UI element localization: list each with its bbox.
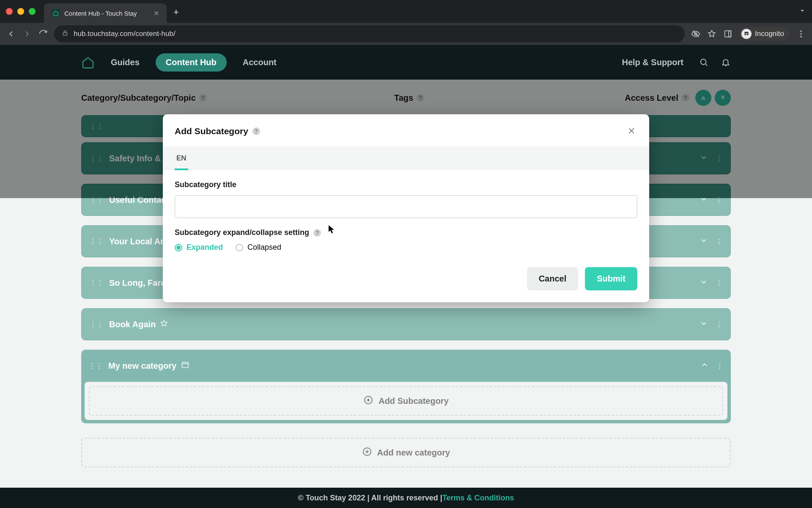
address-bar[interactable]: hub.touchstay.com/content-hub/ [54, 25, 685, 42]
radio-collapsed-label: Collapsed [247, 243, 281, 252]
kebab-menu-icon[interactable] [796, 29, 806, 39]
svg-rect-0 [63, 33, 67, 35]
svg-point-5 [747, 33, 749, 35]
radio-expanded[interactable]: Expanded [175, 243, 223, 252]
radio-collapsed[interactable]: Collapsed [236, 243, 281, 252]
svg-rect-3 [729, 31, 731, 37]
language-tabs: EN [163, 146, 649, 170]
incognito-label: Incognito [755, 30, 784, 38]
add-subcategory-modal: Add Subcategory ? ✕ EN Subcategory title… [163, 114, 649, 302]
back-icon[interactable] [6, 29, 16, 39]
reload-icon[interactable] [38, 29, 48, 39]
new-tab-button[interactable]: + [173, 7, 179, 18]
svg-point-7 [800, 33, 802, 35]
radio-dot-icon [175, 244, 182, 251]
window-controls [6, 8, 36, 15]
window-zoom[interactable] [29, 8, 36, 15]
help-icon[interactable]: ? [313, 229, 321, 237]
modal-layer: Add Subcategory ? ✕ EN Subcategory title… [0, 45, 812, 508]
tab-close-icon[interactable]: ✕ [154, 9, 159, 17]
tab-favicon [52, 9, 60, 17]
window-minimize[interactable] [17, 8, 24, 15]
svg-point-8 [800, 36, 802, 38]
url-text: hub.touchstay.com/content-hub/ [74, 30, 677, 38]
window-close[interactable] [6, 8, 13, 15]
incognito-indicator[interactable]: Incognito [739, 27, 790, 41]
extensions-icon[interactable] [723, 29, 733, 39]
cancel-button[interactable]: Cancel [527, 267, 579, 290]
cursor-icon [328, 225, 335, 234]
radio-dot-icon [236, 244, 243, 251]
browser-toolbar: hub.touchstay.com/content-hub/ Incognito [0, 23, 812, 45]
forward-icon[interactable] [22, 29, 32, 39]
tabs-menu-icon[interactable] [798, 7, 806, 16]
help-icon[interactable]: ? [252, 127, 260, 135]
modal-title: Add Subcategory [175, 126, 248, 136]
svg-point-6 [800, 30, 802, 32]
tab-title: Content Hub - Touch Stay [64, 10, 149, 17]
svg-rect-2 [725, 31, 731, 37]
browser-tab-strip: Content Hub - Touch Stay ✕ + [0, 0, 812, 23]
svg-point-4 [744, 33, 746, 35]
subcategory-title-input[interactable] [175, 195, 637, 218]
browser-tab[interactable]: Content Hub - Touch Stay ✕ [44, 3, 167, 23]
lock-icon [62, 30, 69, 38]
expand-setting-label: Subcategory expand/collapse setting [175, 228, 309, 237]
radio-expanded-label: Expanded [187, 243, 223, 252]
eye-off-icon[interactable] [691, 29, 701, 39]
close-icon[interactable]: ✕ [625, 125, 637, 137]
subcategory-title-label: Subcategory title [175, 180, 236, 189]
incognito-icon [741, 29, 752, 39]
star-icon[interactable] [707, 29, 717, 39]
submit-button[interactable]: Submit [585, 267, 637, 290]
lang-tab-en[interactable]: EN [175, 146, 188, 170]
